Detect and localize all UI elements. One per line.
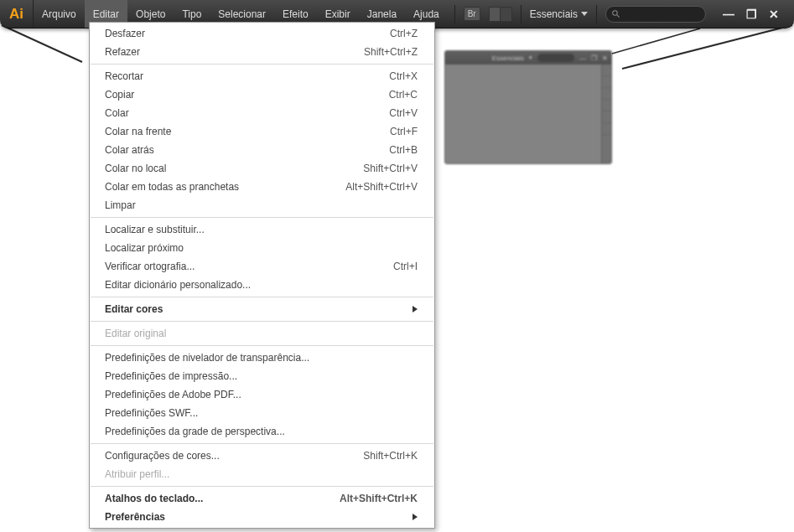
menu-arquivo[interactable]: Arquivo [34, 0, 85, 28]
menu-separator [91, 345, 433, 346]
menu-item-shortcut: Ctrl+X [389, 70, 418, 82]
menu-item-label: Colar em todas as pranchetas [105, 181, 345, 193]
menu-item-label: Preferências [105, 511, 413, 523]
menu-item-label: Atalhos do teclado... [105, 493, 340, 504]
layout-switcher[interactable] [489, 7, 512, 22]
menu-item[interactable]: Predefinições de nivelador de transparên… [90, 349, 434, 367]
menu-item-label: Limpar [105, 199, 418, 211]
minimize-button[interactable]: — [723, 8, 734, 21]
workspace-selector[interactable]: Essenciais [530, 8, 588, 20]
menu-item-label: Configurações de cores... [105, 450, 363, 462]
app-logo-icon[interactable]: Ai [0, 0, 34, 28]
menu-separator [91, 217, 433, 218]
svg-line-1 [622, 25, 792, 69]
menu-item-label: Colar no local [105, 163, 363, 174]
svg-point-3 [613, 11, 618, 16]
menu-item-shortcut: Alt+Shift+Ctrl+V [345, 181, 418, 193]
menu-item[interactable]: Verificar ortografia...Ctrl+I [90, 257, 434, 276]
menu-item[interactable]: Editar dicionário personalizado... [90, 276, 434, 294]
menu-item[interactable]: CopiarCtrl+C [90, 85, 434, 104]
menu-item[interactable]: Predefinições da grade de perspectiva... [90, 422, 434, 441]
menu-item-label: Colar atrás [105, 144, 389, 156]
menu-item-shortcut: Shift+Ctrl+K [363, 450, 418, 462]
menu-item[interactable]: Colar atrásCtrl+B [90, 141, 434, 159]
svg-line-4 [617, 15, 620, 18]
menu-item: Atribuir perfil... [90, 465, 434, 483]
menu-separator [91, 297, 433, 297]
menu-item-label: Desfazer [105, 28, 390, 39]
menu-item-label: Recortar [105, 70, 389, 82]
menu-item[interactable]: Colar na frenteCtrl+F [90, 122, 434, 141]
menu-item[interactable]: Localizar e substituir... [90, 220, 434, 239]
menu-item-shortcut: Alt+Shift+Ctrl+K [340, 493, 418, 504]
menu-item-shortcut: Ctrl+C [389, 89, 418, 101]
svg-line-0 [2, 25, 82, 62]
menu-item[interactable]: Limpar [90, 196, 434, 214]
menu-item[interactable]: Editar cores [90, 300, 434, 318]
menu-item[interactable]: Predefinições SWF... [90, 404, 434, 422]
app-logo-text: Ai [9, 6, 23, 23]
search-icon [611, 9, 620, 18]
menu-item-label: Predefinições de Adobe PDF... [105, 389, 418, 400]
menu-item-label: Predefinições SWF... [105, 407, 418, 419]
menu-item-label: Copiar [105, 89, 389, 101]
menu-item-shortcut: Shift+Ctrl+Z [364, 46, 418, 58]
menu-item[interactable]: Predefinições de impressão... [90, 367, 434, 385]
menu-item-label: Editar original [105, 328, 418, 339]
menu-item-shortcut: Ctrl+I [393, 261, 418, 272]
edit-menu-dropdown: DesfazerCtrl+ZRefazerShift+Ctrl+ZRecorta… [89, 22, 435, 529]
menu-separator [91, 443, 433, 444]
divider [596, 5, 597, 23]
menu-item[interactable]: DesfazerCtrl+Z [90, 24, 434, 43]
menu-separator [91, 64, 433, 65]
menu-item-label: Refazer [105, 46, 364, 58]
menu-item[interactable]: Configurações de cores...Shift+Ctrl+K [90, 447, 434, 465]
menu-item-shortcut: Ctrl+F [390, 126, 418, 137]
divider [521, 5, 522, 23]
menu-item[interactable]: RecortarCtrl+X [90, 67, 434, 85]
menu-item-shortcut: Ctrl+B [389, 144, 418, 156]
maximize-button[interactable]: ❐ [746, 8, 757, 21]
menu-item[interactable]: Preferências [90, 508, 434, 526]
menu-item-label: Verificar ortografia... [105, 261, 393, 272]
workspace-selector-label: Essenciais [530, 8, 578, 20]
menu-item[interactable]: Localizar próximo [90, 239, 434, 257]
menu-item[interactable]: Colar em todas as pranchetasAlt+Shift+Ct… [90, 178, 434, 196]
menu-separator [91, 321, 433, 322]
menu-item[interactable]: Predefinições de Adobe PDF... [90, 385, 434, 404]
close-button[interactable]: ✕ [769, 8, 779, 21]
menu-item-label: Predefinições de nivelador de transparên… [105, 352, 418, 364]
mini-workspace-label: Essenciais [492, 54, 524, 62]
submenu-arrow-icon [413, 306, 418, 312]
menu-item-label: Predefinições de impressão... [105, 370, 418, 382]
menu-item-label: Editar cores [105, 303, 413, 315]
divider [454, 5, 455, 23]
mini-search-field [537, 54, 574, 62]
menu-item-label: Colar na frente [105, 126, 390, 137]
menu-item-label: Localizar próximo [105, 242, 418, 254]
menu-item[interactable]: RefazerShift+Ctrl+Z [90, 43, 434, 61]
svg-line-2 [612, 28, 700, 54]
menu-item-label: Atribuir perfil... [105, 468, 418, 480]
bridge-badge[interactable]: Br [464, 7, 480, 21]
window-controls: — ❐ ✕ [723, 8, 787, 21]
menu-item-shortcut: Ctrl+Z [390, 28, 418, 39]
menu-item-label: Editar dicionário personalizado... [105, 279, 418, 291]
menu-item[interactable]: ColarCtrl+V [90, 104, 434, 122]
menu-item-shortcut: Ctrl+V [389, 107, 418, 119]
menu-item-shortcut: Shift+Ctrl+V [363, 163, 418, 174]
submenu-arrow-icon [413, 514, 418, 520]
menu-item: Editar original [90, 324, 434, 343]
menu-item-label: Localizar e substituir... [105, 224, 418, 235]
background-mini-window: Essenciais ▾ —❐✕ [444, 50, 612, 164]
search-input[interactable] [605, 6, 706, 23]
menu-item[interactable]: Colar no localShift+Ctrl+V [90, 159, 434, 178]
menu-item-label: Colar [105, 107, 389, 119]
menu-separator [91, 486, 433, 487]
menu-item[interactable]: Atalhos do teclado...Alt+Shift+Ctrl+K [90, 489, 434, 508]
menu-item-label: Predefinições da grade de perspectiva... [105, 426, 418, 437]
